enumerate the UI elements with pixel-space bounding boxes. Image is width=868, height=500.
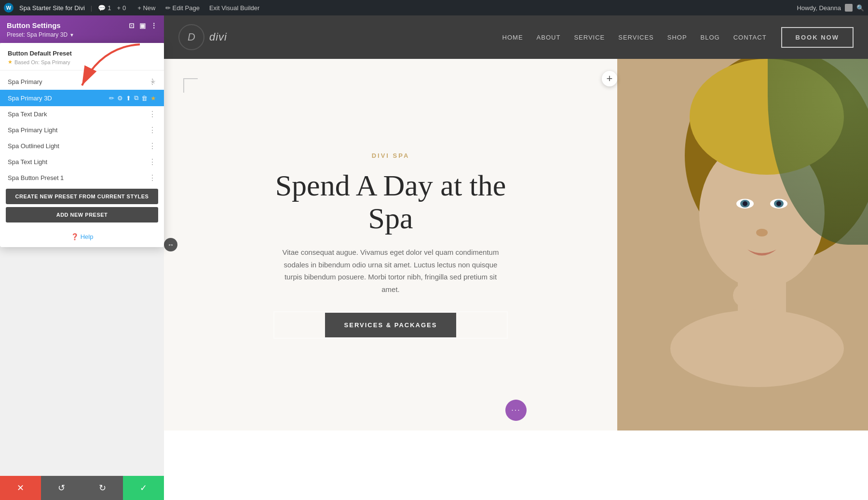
howdy-section: Howdy, Deanna 🔍 xyxy=(797,4,864,12)
site-name[interactable]: Spa Starter Site for Divi xyxy=(19,4,85,12)
preset-name: Spa Primary Light xyxy=(8,126,156,134)
three-dots-icon[interactable]: ⋮ xyxy=(149,141,156,151)
resize-icon[interactable]: ⊡ xyxy=(129,22,135,29)
undo-button[interactable]: ↺ xyxy=(41,476,82,500)
three-dots-icon[interactable]: ⋮ xyxy=(149,110,156,119)
add-section-button[interactable]: + xyxy=(602,71,617,86)
svg-point-13 xyxy=(756,229,768,236)
svg-point-12 xyxy=(776,201,781,206)
hero-tag: DIVI SPA xyxy=(275,152,506,159)
add-preset-button[interactable]: ADD NEW PRESET xyxy=(6,207,158,222)
preset-list: Spa Primary ⋮ ★ Spa Primary 3D ✏ ⚙ ⬆ ⧉ 🗑… xyxy=(0,70,164,189)
svg-rect-17 xyxy=(757,280,762,300)
save-button[interactable]: ✓ xyxy=(123,476,164,500)
preset-name: Spa Button Preset 1 xyxy=(8,174,156,181)
edit-icon[interactable]: ✏ xyxy=(109,95,114,102)
list-item[interactable]: Spa Primary Light ⋮ xyxy=(0,122,164,138)
left-panel: Button Settings ⊡ ▣ ⋮ Preset: Spa Primar… xyxy=(0,15,164,500)
hero-section: + ↔ DIVI SPA Spend A Day at the Spa Vita… xyxy=(164,59,868,431)
notif-count: 0 xyxy=(122,4,126,12)
button-settings-header: Button Settings ⊡ ▣ ⋮ Preset: Spa Primar… xyxy=(0,15,164,43)
svg-point-11 xyxy=(743,201,747,206)
bottom-action-bar: ✕ ↺ ↻ ✓ xyxy=(0,476,164,500)
default-preset-section: Button Default Preset ★ Based On: Spa Pr… xyxy=(0,43,164,70)
hero-title: Spend A Day at the Spa xyxy=(275,169,506,235)
hero-image xyxy=(617,59,868,431)
export-icon[interactable]: ⬆ xyxy=(126,95,131,102)
admin-actions: + New ✏ Edit Page Exit Visual Builder xyxy=(134,2,263,14)
columns-icon[interactable]: ▣ xyxy=(139,22,146,29)
logo-text: divi xyxy=(209,31,227,43)
admin-bar: W Spa Starter Site for Divi | 💬 1 + 0 + … xyxy=(0,0,868,15)
three-dots-icon[interactable]: ⋮ xyxy=(149,77,156,86)
module-options-button[interactable]: ··· xyxy=(505,400,527,421)
settings-title: Button Settings xyxy=(7,21,61,29)
delete-icon[interactable]: 🗑 xyxy=(141,95,148,102)
nav-shop[interactable]: SHOP xyxy=(667,34,687,41)
settings-icon[interactable]: ⚙ xyxy=(117,95,123,102)
preset-name: Spa Primary xyxy=(8,78,150,85)
list-item[interactable]: Spa Text Light ⋮ xyxy=(0,154,164,170)
default-preset-title: Button Default Preset xyxy=(8,50,156,57)
preset-action-buttons: CREATE NEW PRESET FROM CURRENT STYLES AD… xyxy=(0,189,164,228)
nav-about[interactable]: ABOUT xyxy=(537,34,561,41)
book-now-button[interactable]: BOOK NOW xyxy=(781,27,854,48)
wp-logo-icon[interactable]: W xyxy=(4,3,14,13)
nav-blog[interactable]: BLOG xyxy=(701,34,720,41)
svg-point-6 xyxy=(670,310,844,387)
preset-name: Spa Text Light xyxy=(8,158,156,166)
site-logo: D divi xyxy=(178,24,227,50)
nav-links: HOME ABOUT SERVICE SERVICES SHOP BLOG CO… xyxy=(502,34,767,41)
settings-title-bar: Button Settings ⊡ ▣ ⋮ xyxy=(7,21,157,29)
site-navigation: D divi HOME ABOUT SERVICE SERVICES SHOP … xyxy=(164,15,868,59)
hero-description: Vitae consequat augue. Vivamus eget dolo… xyxy=(275,246,506,295)
help-link[interactable]: ❓ Help xyxy=(8,233,156,240)
list-item[interactable]: Spa Outlined Light ⋮ xyxy=(0,138,164,154)
active-preset-actions: ✏ ⚙ ⬆ ⧉ 🗑 ★ xyxy=(109,94,156,102)
comment-count: 1 xyxy=(108,4,111,12)
logo-letter: D xyxy=(188,31,195,43)
hero-content: DIVI SPA Spend A Day at the Spa Vitae co… xyxy=(275,152,506,337)
nav-contact[interactable]: CONTACT xyxy=(733,34,767,41)
preset-dropdown: Button Default Preset ★ Based On: Spa Pr… xyxy=(0,43,164,247)
hero-background-image xyxy=(617,59,868,431)
comments-icon[interactable]: 💬 1 xyxy=(98,4,111,12)
list-item[interactable]: Spa Primary 3D ✏ ⚙ ⬆ ⧉ 🗑 ★ xyxy=(0,90,164,106)
edit-page-link[interactable]: ✏ Edit Page xyxy=(162,2,203,14)
nav-services[interactable]: SERVICES xyxy=(618,34,654,41)
preset-name: Spa Text Dark xyxy=(8,111,156,118)
nav-service[interactable]: SERVICE xyxy=(574,34,605,41)
three-dots-icon[interactable]: ⋮ xyxy=(149,173,156,182)
hero-bracket-decoration xyxy=(183,78,198,93)
exit-builder-link[interactable]: Exit Visual Builder xyxy=(205,2,264,14)
header-icons: ⊡ ▣ ⋮ xyxy=(129,22,157,29)
svg-rect-15 xyxy=(743,281,747,300)
preset-name: Spa Primary 3D xyxy=(8,95,109,102)
hero-left: DIVI SPA Spend A Day at the Spa Vitae co… xyxy=(164,59,617,431)
default-preset-sub: ★ Based On: Spa Primary xyxy=(8,59,156,65)
list-item[interactable]: Spa Button Preset 1 ⋮ xyxy=(0,170,164,186)
new-link[interactable]: + New xyxy=(134,2,159,14)
active-star-icon[interactable]: ★ xyxy=(150,95,156,102)
create-preset-button[interactable]: CREATE NEW PRESET FROM CURRENT STYLES xyxy=(6,189,158,204)
more-icon[interactable]: ⋮ xyxy=(150,22,157,29)
hero-cta-button[interactable]: SERVICES & PACKAGES xyxy=(325,313,457,337)
user-avatar[interactable] xyxy=(845,4,853,12)
help-icon: ❓ xyxy=(71,233,79,240)
svg-rect-16 xyxy=(750,278,755,300)
duplicate-icon[interactable]: ⧉ xyxy=(134,94,138,102)
list-item[interactable]: Spa Text Dark ⋮ xyxy=(0,106,164,122)
site-preview: D divi HOME ABOUT SERVICE SERVICES SHOP … xyxy=(164,15,868,500)
list-item[interactable]: Spa Primary ⋮ ★ xyxy=(0,73,164,90)
three-dots-icon[interactable]: ⋮ xyxy=(149,157,156,167)
dropdown-arrow-icon: ▼ xyxy=(69,32,74,38)
three-dots-icon[interactable]: ⋮ xyxy=(149,125,156,135)
preset-name: Spa Outlined Light xyxy=(8,142,156,150)
preset-label[interactable]: Preset: Spa Primary 3D ▼ xyxy=(7,31,157,38)
redo-button[interactable]: ↻ xyxy=(82,476,123,500)
star-icon: ★ xyxy=(8,59,13,65)
cancel-button[interactable]: ✕ xyxy=(0,476,41,500)
nav-home[interactable]: HOME xyxy=(502,34,523,41)
hero-cta-wrapper: SERVICES & PACKAGES xyxy=(275,313,506,337)
notifications-icon[interactable]: + 0 xyxy=(117,4,126,12)
